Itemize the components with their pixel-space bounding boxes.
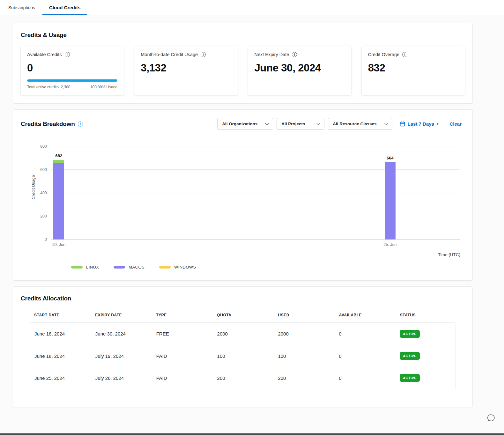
chart-plot-area: 020040060080068220. Jun66425. Jun xyxy=(51,146,460,240)
credits-usage-section: Credits & Usage Available Credits i 0 To… xyxy=(13,23,473,104)
cell-expiry-date: July 19, 2024 xyxy=(90,353,151,359)
bottom-edge xyxy=(0,433,504,435)
column-header-available: AVAILABLE xyxy=(334,313,395,317)
credits-usage-progress-bar xyxy=(27,79,117,82)
legend-label: WINDOWS xyxy=(174,265,196,269)
next-expiry-label: Next Expiry Date xyxy=(255,52,289,57)
cell-used: 2000 xyxy=(273,331,334,336)
chart-gridline xyxy=(51,193,460,193)
date-range-label: Last 7 Days xyxy=(408,121,434,127)
status-badge: ACTIVE xyxy=(400,352,420,360)
help-chat-icon[interactable] xyxy=(487,414,496,422)
mtd-usage-value: 3,132 xyxy=(141,62,231,74)
credits-allocation-section: Credits Allocation START DATE EXPIRY DAT… xyxy=(13,286,473,407)
projects-filter-select[interactable]: All Projects xyxy=(277,118,324,130)
stat-card-mtd-usage: Month-to-date Credit Usage i 3,132 xyxy=(134,46,237,95)
info-icon[interactable]: i xyxy=(292,52,297,57)
info-icon[interactable]: i xyxy=(402,52,407,57)
bar-total-label: 664 xyxy=(385,156,396,160)
chart-ytick-label: 200 xyxy=(40,214,47,218)
caret-down-icon: ▾ xyxy=(437,122,439,126)
cell-available: 0 xyxy=(334,375,395,381)
cell-start-date: June 25, 2024 xyxy=(29,375,90,381)
credit-overage-value: 832 xyxy=(368,62,458,74)
cell-quota: 200 xyxy=(212,375,273,381)
progress-fill xyxy=(27,79,117,82)
status-badge: ACTIVE xyxy=(400,330,420,338)
chart-xtick-label: 25. Jun xyxy=(383,242,397,247)
credits-breakdown-title: Credits Breakdown xyxy=(21,121,75,128)
credits-breakdown-section: Credits Breakdown i All Organizations Al… xyxy=(13,109,473,281)
column-header-quota: QUOTA xyxy=(212,313,273,317)
chart-ytick-label: 600 xyxy=(40,167,47,172)
chart-ytick-label: 400 xyxy=(40,191,47,195)
credits-usage-title: Credits & Usage xyxy=(21,32,465,39)
chart-bar-25-jun[interactable]: 664 xyxy=(385,162,396,240)
date-range-picker[interactable]: Last 7 Days ▾ xyxy=(400,121,439,127)
legend-swatch xyxy=(159,266,171,269)
cell-available: 0 xyxy=(334,353,395,359)
chart-legend: LINUXMACOSWINDOWS xyxy=(71,265,460,269)
tab-subscriptions[interactable]: Subscriptions xyxy=(1,0,42,15)
bar-segment-linux xyxy=(53,160,64,163)
bar-segment-macos xyxy=(385,162,396,240)
cell-type: PAID xyxy=(151,353,212,359)
chart-y-axis-label: Credit Usage xyxy=(31,175,36,199)
legend-item-macos: MACOS xyxy=(114,265,145,269)
cell-expiry-date: June 30, 2024 xyxy=(90,331,151,336)
column-header-used: USED xyxy=(273,313,334,317)
chart-gridline xyxy=(51,169,460,170)
resource-classes-filter-select[interactable]: All Resource Classes xyxy=(328,118,392,130)
chart-bar-20-jun[interactable]: 682 xyxy=(53,160,64,240)
cell-expiry-date: July 26, 2024 xyxy=(90,375,151,381)
next-expiry-value: June 30, 2024 xyxy=(255,62,345,74)
column-header-start-date: START DATE xyxy=(29,313,90,317)
chart-gridline xyxy=(51,146,460,146)
stat-card-available-credits: Available Credits i 0 Total active credi… xyxy=(21,46,124,95)
info-icon[interactable]: i xyxy=(201,52,206,57)
chart-x-axis-label: Time (UTC) xyxy=(51,252,460,257)
cell-used: 100 xyxy=(273,353,334,359)
bar-segment-macos xyxy=(53,163,64,240)
chart-filters: All Organizations All Projects All Resou… xyxy=(217,118,465,130)
usage-percent-label: 100.00% Usage xyxy=(90,85,117,89)
cell-quota: 100 xyxy=(212,353,273,359)
cell-available: 0 xyxy=(334,331,395,336)
allocation-table-header: START DATE EXPIRY DATE TYPE QUOTA USED A… xyxy=(29,313,456,322)
cell-type: FREE xyxy=(151,331,212,336)
chevron-down-icon xyxy=(316,123,320,125)
stat-card-next-expiry: Next Expiry Date i June 30, 2024 xyxy=(248,46,351,95)
chart-gridline xyxy=(51,216,460,216)
credit-overage-label: Credit Overage xyxy=(368,52,399,57)
organizations-filter-select[interactable]: All Organizations xyxy=(217,118,273,130)
tab-subscriptions-label: Subscriptions xyxy=(8,5,35,10)
resource-classes-filter-label: All Resource Classes xyxy=(333,122,376,126)
calendar-icon xyxy=(400,121,405,127)
cell-type: PAID xyxy=(151,375,212,381)
cell-start-date: June 18, 2024 xyxy=(29,353,90,359)
mtd-usage-label: Month-to-date Credit Usage xyxy=(141,52,198,57)
clear-filters-button[interactable]: Clear xyxy=(449,121,462,127)
legend-item-windows: WINDOWS xyxy=(159,265,196,269)
info-icon[interactable]: i xyxy=(78,122,83,127)
chart-xtick-label: 20. Jun xyxy=(52,242,65,247)
stat-card-credit-overage: Credit Overage i 832 xyxy=(362,46,465,95)
table-row: June 18, 2024 July 19, 2024 PAID 100 100… xyxy=(29,345,456,367)
tab-bar: Subscriptions Cloud Credits xyxy=(0,0,504,15)
total-active-credits-label: Total active credits: 2,300 xyxy=(27,85,70,89)
tab-cloud-credits-label: Cloud Credits xyxy=(49,5,80,10)
column-header-expiry-date: EXPIRY DATE xyxy=(90,313,151,317)
info-icon[interactable]: i xyxy=(65,52,70,57)
column-header-status: STATUS xyxy=(395,313,456,317)
status-badge: ACTIVE xyxy=(400,374,420,382)
projects-filter-label: All Projects xyxy=(281,122,305,126)
credit-usage-chart: Credit Usage 020040060080068220. Jun6642… xyxy=(21,146,465,269)
credits-allocation-title: Credits Allocation xyxy=(21,295,465,302)
bar-total-label: 682 xyxy=(53,153,64,158)
available-credits-value: 0 xyxy=(27,62,117,74)
main-content: Credits & Usage Available Credits i 0 To… xyxy=(0,15,504,407)
legend-label: MACOS xyxy=(129,265,145,269)
tab-cloud-credits[interactable]: Cloud Credits xyxy=(42,0,87,15)
chevron-down-icon xyxy=(384,123,388,125)
available-credits-label: Available Credits xyxy=(27,52,62,57)
